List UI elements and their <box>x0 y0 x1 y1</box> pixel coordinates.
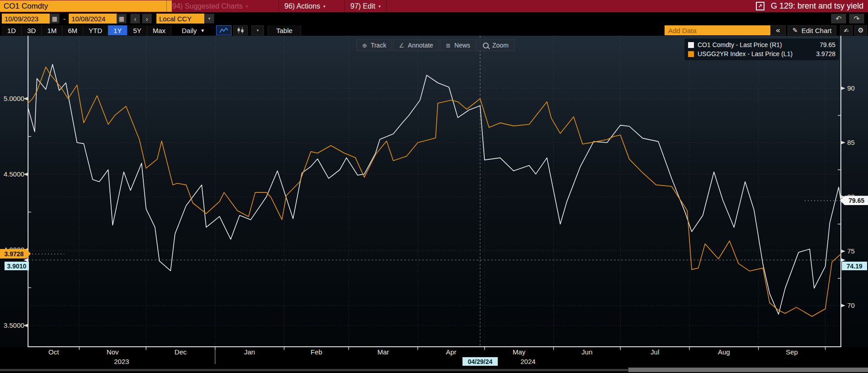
magnifier-icon <box>483 43 489 48</box>
start-date-input[interactable] <box>2 14 54 24</box>
x-axis-month-label: Jul <box>651 348 659 356</box>
right-axis-tick-label: 70 <box>847 301 855 310</box>
end-date-calendar-button[interactable]: ▦ <box>117 14 127 24</box>
track-label: Track <box>371 42 386 49</box>
left-axis-tick-label: 3.5000 <box>4 321 24 330</box>
x-axis-month-label: May <box>513 348 525 356</box>
undo-button[interactable]: ↶ <box>831 14 846 24</box>
chevron-down-icon: ▾ <box>208 16 211 21</box>
range-tabs: 1D3D1M6MYTD1Y5YMax <box>2 25 171 35</box>
shift-range-back-button[interactable]: ‹ <box>130 14 140 24</box>
note-edit-icon: ✍ <box>844 27 849 34</box>
brent-track-value-badge: 74.19 <box>842 262 867 270</box>
annotate-pencil-icon: ∠ <box>399 42 404 49</box>
range-tab-5y[interactable]: 5Y <box>127 25 147 35</box>
currency-dropdown-button[interactable]: ▾ <box>204 14 214 24</box>
track-crosshair-icon: ⊕ <box>362 42 367 49</box>
range-tab-3d[interactable]: 3D <box>22 25 42 35</box>
legend-label: CO1 Comdty - Last Price (R1) <box>698 41 816 48</box>
range-tab-6m[interactable]: 6M <box>62 25 83 35</box>
collapse-panel-button[interactable]: « <box>770 25 786 35</box>
period-select[interactable]: Daily ▼ <box>177 25 209 35</box>
period-value: Daily <box>182 27 197 34</box>
chevron-down-icon: ▾ <box>257 28 259 33</box>
range-tab-1d[interactable]: 1D <box>2 25 22 35</box>
bottom-scrollbar[interactable] <box>628 368 868 372</box>
chevron-down-icon: ▾ <box>323 4 326 9</box>
legend-label: USGG2YR Index - Last Price (L1) <box>698 50 812 57</box>
legend-item[interactable]: USGG2YR Index - Last Price (L1)3.9728 <box>688 50 835 57</box>
title-bar: 94) Suggested Charts ▾ 96) Actions ▾ 97)… <box>0 0 868 12</box>
chart-title-text: G 129: brent and tsy yield <box>771 1 863 11</box>
zoom-button[interactable]: Zoom <box>477 39 514 51</box>
chevron-down-icon: ▾ <box>378 4 381 9</box>
legend-value: 3.9728 <box>816 50 835 57</box>
date-separator: - <box>63 14 66 24</box>
yield-last-price-badge: 3.9728 <box>0 249 31 258</box>
bloomberg-chart-window: 5.00004.50004.00003.50009085807570OctNov… <box>0 0 868 373</box>
chevron-right-icon: › <box>146 15 148 23</box>
range-tab-max[interactable]: Max <box>147 25 171 35</box>
zoom-label: Zoom <box>492 42 509 49</box>
x-axis-month-label: Dec <box>175 348 187 356</box>
right-axis-tick-label: 90 <box>847 84 855 93</box>
range-tab-ytd[interactable]: YTD <box>83 25 108 35</box>
chart-toolbar-row: 1D3D1M6MYTD1Y5YMax Daily ▼ ▾ Table « <box>0 25 868 36</box>
shift-range-forward-button[interactable]: › <box>142 14 152 24</box>
track-date-badge: 04/29/24 <box>462 357 498 366</box>
legend-item[interactable]: CO1 Comdty - Last Price (R1)79.65 <box>688 41 835 48</box>
chart-area[interactable]: 5.00004.50004.00003.50009085807570OctNov… <box>0 0 868 373</box>
chart-toolbar: ⊕ Track ∠ Annotate ≣ News Zoom <box>356 39 514 51</box>
x-axis-year-label: 2024 <box>520 358 535 365</box>
x-axis-month-label: Mar <box>377 348 389 356</box>
chart-settings-button[interactable]: ⚙ <box>854 25 867 35</box>
edit-menu[interactable]: 97) Edit ▾ <box>344 0 387 12</box>
range-tab-1y[interactable]: 1Y <box>108 25 127 35</box>
x-axis-month-label: Nov <box>107 348 119 356</box>
chevron-down-icon: ▾ <box>246 4 248 9</box>
calendar-icon: ▦ <box>52 15 57 22</box>
annotate-label: Annotate <box>408 42 433 49</box>
candlestick-icon <box>236 27 245 34</box>
start-date-calendar-button[interactable]: ▦ <box>50 14 60 24</box>
range-tab-1m[interactable]: 1M <box>42 25 62 35</box>
chart-notes-button[interactable]: ✍ <box>840 25 853 35</box>
suggested-charts-label: 94) Suggested Charts <box>172 2 243 10</box>
right-axis-tick-label: 85 <box>847 138 855 147</box>
gear-icon: ⚙ <box>858 26 863 34</box>
x-axis-month-label: Oct <box>48 348 59 356</box>
edit-chart-button[interactable]: ✎ Edit Chart <box>788 25 836 35</box>
left-axis-tick-label: 4.5000 <box>4 170 24 179</box>
add-data-input[interactable] <box>665 25 775 35</box>
candle-chart-type-button[interactable] <box>233 25 248 35</box>
date-range-bar: ▦ - ▦ ‹ › Local CCY ▾ ↶ ↷ <box>0 12 868 25</box>
yield-track-value-badge: 3.9010 <box>5 262 29 270</box>
double-chevron-left-icon: « <box>776 26 780 35</box>
x-axis-year-label: 2023 <box>114 358 129 365</box>
x-axis-month-label: Apr <box>446 348 456 356</box>
table-button[interactable]: Table <box>268 25 301 35</box>
news-label: News <box>454 42 470 49</box>
redo-button[interactable]: ↷ <box>849 14 864 24</box>
x-axis-month-label: Feb <box>311 348 322 356</box>
currency-select[interactable]: Local CCY <box>156 14 209 24</box>
suggested-charts-menu[interactable]: 94) Suggested Charts ▾ <box>166 0 253 12</box>
track-button[interactable]: ⊕ Track <box>356 39 392 51</box>
x-axis-month-label: Aug <box>718 348 730 356</box>
external-link-icon[interactable]: ↗ <box>756 2 764 10</box>
pencil-icon: ✎ <box>793 27 798 34</box>
end-date-input[interactable] <box>69 14 121 24</box>
chevron-left-icon: ‹ <box>134 15 137 23</box>
chart-legend[interactable]: CO1 Comdty - Last Price (R1)79.65USGG2YR… <box>684 38 839 60</box>
line-chart-type-button[interactable] <box>216 25 231 35</box>
actions-menu[interactable]: 96) Actions ▾ <box>278 0 331 12</box>
chart-type-dropdown-button[interactable]: ▾ <box>251 25 264 35</box>
security-input[interactable] <box>0 0 172 12</box>
brent-last-price-badge: 79.65 <box>840 196 868 205</box>
annotate-button[interactable]: ∠ Annotate <box>393 39 439 51</box>
news-lines-icon: ≣ <box>446 42 451 49</box>
x-axis-month-label: Sep <box>786 348 798 356</box>
caret-down-icon: ▼ <box>200 28 205 33</box>
chart-title: ↗ G 129: brent and tsy yield <box>756 0 863 12</box>
news-button[interactable]: ≣ News <box>440 39 476 51</box>
